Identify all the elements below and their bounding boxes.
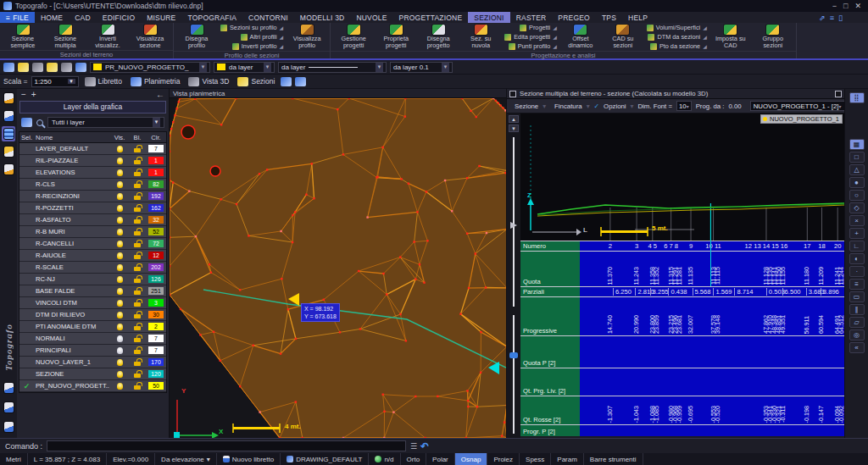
menu-item-contorni[interactable]: CONTORNI [242, 12, 294, 23]
menu-item-tps[interactable]: TPS [596, 12, 622, 23]
node-snap-icon[interactable]: ○ [849, 190, 865, 201]
bulb-icon[interactable] [47, 63, 58, 72]
tool-assistant-robot-icon[interactable] [2, 380, 15, 396]
layer-color-cell[interactable]: 30 [146, 311, 166, 318]
layer-visibility-cell[interactable] [110, 181, 129, 188]
status-polar[interactable]: Polar [426, 453, 455, 465]
zoom-in-button[interactable]: + [31, 90, 36, 99]
midpoint-snap-icon[interactable]: △ [849, 164, 865, 175]
layer-visibility-cell[interactable] [110, 312, 129, 318]
close-button[interactable]: ✕ [854, 2, 861, 10]
status-param[interactable]: Param [551, 453, 584, 465]
layer-color-cell[interactable]: 50 [146, 382, 166, 390]
layer-color-cell[interactable]: 7 [146, 335, 166, 342]
save-view-icon[interactable] [18, 63, 29, 72]
tangent-snap-icon[interactable]: ∙ [849, 266, 865, 277]
section-scrollbars[interactable]: ▲ ▼ [507, 113, 520, 438]
layer-row-r-pozzetti[interactable]: R-POZZETTI162 [19, 202, 166, 214]
layer-lock-cell[interactable] [129, 335, 146, 342]
layer-visibility-cell[interactable] [110, 383, 129, 390]
layer-visibility-cell[interactable] [110, 300, 129, 307]
ribbon-small-button-volumi-superfici[interactable]: Volumi/Superfici◢ [647, 24, 707, 31]
status-spess[interactable]: Spess [520, 453, 551, 465]
lineweight-dropdown[interactable]: da layer 0.1 ▼ [390, 62, 453, 73]
osnap-settings-icon[interactable]: ◎ [849, 329, 865, 340]
extension-snap-icon[interactable]: + [849, 228, 865, 239]
ribbon-button-propriet-progetti[interactable]: Proprietà progetti [375, 24, 417, 49]
quadrant-snap-icon[interactable]: ◇ [849, 202, 865, 213]
vista-3d-button[interactable]: Vista 3D [186, 77, 231, 86]
layer-color-cell[interactable]: 32 [146, 216, 166, 224]
layer-folder-icon[interactable] [21, 118, 32, 127]
ribbon-button-gruppo-sezioni[interactable]: Gruppo sezioni [752, 24, 794, 49]
ribbon-button-visualizza-sezione[interactable]: Visualizza sezione [129, 24, 171, 49]
status-barre-strumenti[interactable]: Barre strumenti [584, 453, 643, 465]
layer-visibility-cell[interactable] [110, 252, 129, 259]
ribbon-button-cad-su-sezioni[interactable]: CAD su sezioni [602, 24, 644, 49]
collapse-panel-arrow[interactable]: ← [156, 90, 164, 99]
tool-annotate-hand-icon[interactable] [2, 144, 15, 159]
layer-row-rc-nj[interactable]: RC-NJ126 [19, 274, 166, 285]
layer-row-principali[interactable]: PRINCIPALI7 [19, 345, 166, 357]
section-chart[interactable]: NUOVO_PROGETTO_1 Z L 5 mt. [520, 113, 844, 241]
layer-lock-cell[interactable] [129, 228, 146, 235]
layer-color-cell[interactable]: 3 [146, 299, 166, 307]
layer-color-cell[interactable]: 1 [146, 157, 166, 164]
layer-visibility-cell[interactable] [110, 335, 129, 342]
ribbon-small-button-edita-progetti[interactable]: Edita progetti◢ [504, 33, 557, 41]
ribbon-small-button-dtm-da-sezioni[interactable]: DTM da sezioni◢ [647, 33, 707, 41]
layer-row-normali[interactable]: NORMALI7 [19, 333, 166, 345]
menu-item-home[interactable]: HOME [35, 12, 69, 23]
perpendicular-snap-icon[interactable]: ◐ [849, 253, 865, 264]
layer-lock-cell[interactable] [129, 358, 146, 366]
tool-codelist-icon[interactable] [2, 108, 15, 124]
layer-lock-cell[interactable] [129, 275, 146, 283]
layer-lock-cell[interactable] [129, 216, 146, 224]
layer-lock-cell[interactable] [129, 370, 146, 378]
layer-visibility-cell[interactable] [110, 205, 129, 212]
layer-color-cell[interactable]: 7 [146, 145, 166, 152]
tool-layers-icon[interactable] [2, 126, 15, 141]
ribbon-small-button-altri-profili[interactable]: Altri profili◢ [220, 33, 283, 41]
sezioni-button[interactable]: Sezioni [235, 77, 277, 86]
libretto-button[interactable]: Libretto [82, 77, 125, 86]
tin-mesh-canvas[interactable] [170, 98, 507, 438]
hamburger-icon[interactable]: ≡ [830, 14, 834, 22]
polyline-snap-icon[interactable]: ▱ [849, 317, 865, 328]
match-props-icon[interactable] [32, 63, 43, 72]
ribbon-button-offset-dinamico[interactable]: Offset dinamico [559, 24, 602, 49]
ribbon-button-sez-su-nuvola[interactable]: Sez. su nuvola [459, 24, 502, 49]
command-history-icon[interactable]: ☰ [410, 442, 416, 451]
layer-visibility-cell[interactable] [110, 217, 129, 224]
planimetria-button[interactable]: Planimetria [128, 77, 183, 86]
ribbon-small-button-sezioni-su-profilo[interactable]: Sezioni su profilo◢ [220, 24, 283, 31]
ribbon-button-disegna-progetto[interactable]: Disegna progetto [417, 24, 459, 49]
ribbon-small-button-pto-da-sezione[interactable]: Pto da sezione◢ [647, 42, 707, 50]
layer-row-pti-anomalie-dtm[interactable]: PTI ANOMALIE DTM2 [19, 321, 166, 333]
scroll-down-icon[interactable]: ▼ [509, 125, 519, 132]
layer-visibility-cell[interactable] [110, 347, 129, 354]
tool-libretto-notes-icon[interactable] [2, 91, 15, 106]
layer-lock-cell[interactable] [129, 169, 146, 176]
ribbon-small-button-punti-profilo[interactable]: Punti profilo◢ [504, 42, 557, 50]
layer-color-cell[interactable]: 202 [146, 263, 166, 271]
layer-row-r-b-muri[interactable]: R-B MURI52 [19, 226, 166, 238]
ribbon-button-sezione-multipla[interactable]: Sezione multipla [44, 24, 86, 49]
layer-visibility-cell[interactable] [110, 371, 129, 378]
menu-item-nuvole[interactable]: NUVOLE [350, 12, 392, 23]
layer-lock-cell[interactable] [129, 299, 146, 307]
layer-lock-cell[interactable] [129, 252, 146, 259]
layer-color-cell[interactable]: 162 [146, 204, 166, 212]
layer-visibility-cell[interactable] [110, 324, 129, 330]
tool-redline-hand-icon[interactable] [2, 162, 15, 177]
panel-restore-icon[interactable] [835, 91, 842, 97]
nearest-snap-icon[interactable]: ≡ [849, 279, 865, 290]
layer-row-layer-default[interactable]: LAYER_DEFAULT7 [19, 143, 166, 155]
dim-font-input[interactable]: 10▾ [676, 101, 692, 111]
center-snap-icon[interactable]: ● [849, 177, 865, 188]
layer-row-ril-piazzale[interactable]: RIL-PIAZZALE1 [19, 155, 166, 167]
ribbon-button-imposta-su-cad[interactable]: Imposta su CAD [709, 24, 752, 49]
menu-item-cad[interactable]: CAD [69, 12, 97, 23]
panel-checkbox-icon[interactable] [509, 91, 516, 97]
search-icon[interactable] [36, 119, 43, 126]
